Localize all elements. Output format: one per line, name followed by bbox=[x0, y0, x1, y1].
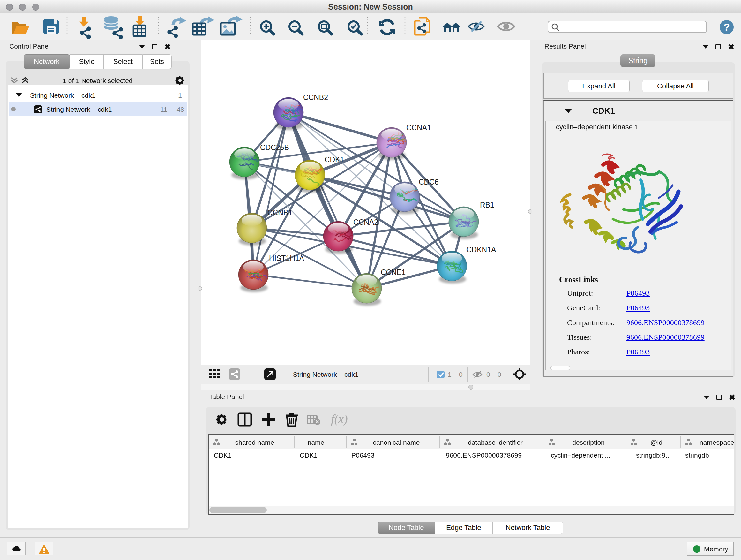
svg-text:@id: @id bbox=[650, 439, 663, 446]
svg-text:f(x): f(x) bbox=[331, 412, 348, 426]
svg-text:?: ? bbox=[724, 21, 730, 33]
svg-text:description: description bbox=[572, 439, 605, 446]
svg-text:namespace: namespace bbox=[699, 439, 734, 446]
svg-text:CCNA2: CCNA2 bbox=[353, 218, 378, 226]
svg-text:CCNE1: CCNE1 bbox=[381, 268, 406, 276]
svg-text:CDK1: CDK1 bbox=[325, 155, 344, 164]
svg-text:CDK1: CDK1 bbox=[300, 451, 318, 459]
svg-text:stringdb: stringdb bbox=[685, 451, 709, 459]
svg-text:stringdb:9...: stringdb:9... bbox=[636, 451, 671, 459]
svg-text:String Network – cdk1: String Network – cdk1 bbox=[293, 371, 358, 378]
svg-text:P06493: P06493 bbox=[351, 451, 374, 459]
svg-text:cyclin–dependent ...: cyclin–dependent ... bbox=[551, 451, 610, 459]
svg-text:CDC25B: CDC25B bbox=[260, 143, 289, 152]
svg-text:name: name bbox=[308, 439, 325, 446]
svg-text:CDK1: CDK1 bbox=[214, 451, 232, 459]
svg-text:0 – 0: 0 – 0 bbox=[486, 371, 501, 378]
svg-text:CDC6: CDC6 bbox=[419, 178, 439, 186]
svg-text:9606.ENSP00000378699: 9606.ENSP00000378699 bbox=[446, 451, 522, 459]
svg-text:RB1: RB1 bbox=[480, 201, 494, 209]
svg-text:canonical name: canonical name bbox=[373, 439, 420, 446]
svg-text:shared name: shared name bbox=[235, 439, 274, 446]
svg-text:CCNA1: CCNA1 bbox=[406, 124, 431, 132]
svg-text:HIST1H1A: HIST1H1A bbox=[269, 254, 305, 262]
svg-text:1 – 0: 1 – 0 bbox=[448, 371, 463, 378]
svg-text:CCNB2: CCNB2 bbox=[303, 93, 328, 102]
svg-text:CDKN1A: CDKN1A bbox=[466, 246, 496, 254]
svg-text:database identifier: database identifier bbox=[468, 439, 523, 446]
svg-text:CCNB1: CCNB1 bbox=[267, 208, 292, 217]
